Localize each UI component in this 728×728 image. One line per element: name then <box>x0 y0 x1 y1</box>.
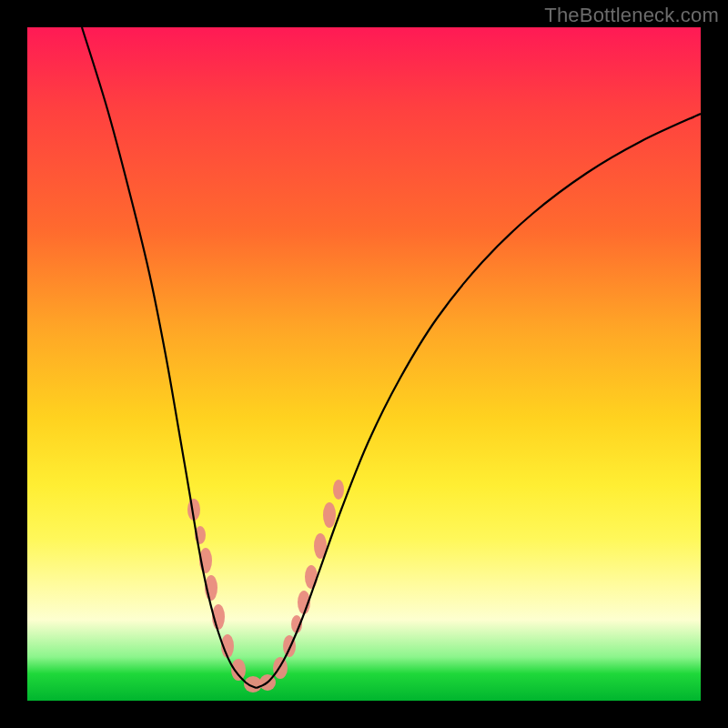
marker-point <box>305 565 318 589</box>
watermark-text: TheBottleneck.com <box>544 4 719 27</box>
curve-right-curve <box>257 114 701 688</box>
chart-svg <box>27 27 701 701</box>
curve-left-curve <box>82 27 257 688</box>
marker-point <box>333 480 344 500</box>
plot-frame <box>27 27 701 701</box>
curves-layer <box>82 27 701 688</box>
markers-layer <box>187 480 344 693</box>
marker-point <box>323 502 336 528</box>
stage: TheBottleneck.com <box>0 0 728 728</box>
